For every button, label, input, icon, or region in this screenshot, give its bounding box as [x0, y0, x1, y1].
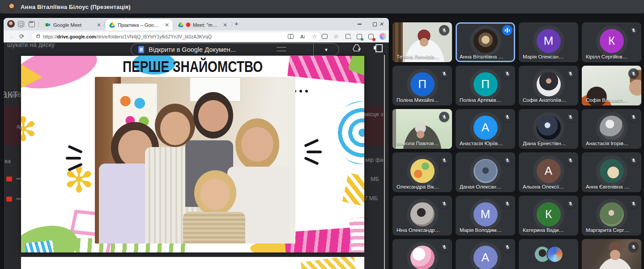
participant-avatar: П [410, 72, 435, 96]
copilot-icon[interactable] [380, 33, 386, 40]
drive-favicon [178, 22, 183, 27]
participant-tile[interactable]: Даная Олександрі... [456, 152, 515, 192]
browser-profile-avatar[interactable] [7, 20, 15, 28]
participant-tile[interactable]: Маргарита Сергіїв... [582, 196, 641, 235]
tab-actions-icon[interactable] [29, 21, 35, 27]
presenter-avatar [7, 2, 16, 11]
mic-off-icon [565, 198, 576, 209]
tab-meet-call[interactable]: Meet: "mhq-aktx-fku" ✕ [175, 19, 231, 30]
participant-tile[interactable]: Ще 5 осіб [519, 239, 578, 269]
participant-tile[interactable]: П Поліна Михайлівна... [392, 66, 452, 105]
participant-tile[interactable]: Софія Владиславів... [582, 66, 641, 105]
reload-icon[interactable]: ⟳ [19, 33, 24, 40]
avatar-initial: К [545, 207, 552, 221]
dimmed-file-icon [6, 177, 12, 181]
participant-name: Анастасія Ігорівна ... [586, 141, 630, 146]
participant-tile[interactable]: Анна Євгенівна Ан... [582, 152, 641, 192]
accent-mark [304, 156, 319, 165]
participant-tile[interactable] [392, 239, 452, 269]
back-icon[interactable]: ← [9, 33, 15, 40]
participants-grid: Тетяна Леонідівна ... Анна Віталіївна Бі… [392, 18, 641, 269]
participant-tile[interactable]: Тетяна Леонідівна ... [392, 22, 452, 62]
tab-close-icon[interactable]: ✕ [163, 22, 169, 28]
participant-tile[interactable]: А Анастасія Юріївна ... [456, 109, 515, 149]
participant-avatar [537, 72, 561, 96]
tab-label: Google Meet [53, 22, 92, 28]
participant-tile[interactable]: Діана Ернестівна Я... [519, 109, 578, 149]
add-favorite-icon[interactable]: ☆ [311, 34, 318, 40]
window-close-button[interactable]: ✕ [374, 18, 389, 30]
mic-off-icon [628, 68, 639, 79]
tab-label: Meet: "mhq-aktx-fku" [193, 22, 218, 28]
page-scrollbar[interactable] [384, 55, 385, 269]
browser-address-bar: ← ⟳ https://drive.google.com/drive/folde… [4, 30, 389, 42]
divider [38, 21, 39, 27]
participant-avatar [537, 115, 561, 139]
extensions-icon[interactable] [368, 34, 374, 40]
participant-tile[interactable]: Микола Павлович ... [392, 109, 452, 149]
participant-name: Катерина Вадимів... [523, 227, 567, 233]
dimmed-file-size: МБ [371, 176, 379, 182]
participant-tile[interactable]: Анастасія Ігорівна ... [582, 109, 641, 149]
doodle-yellow-asterisk: ✻ [64, 162, 94, 198]
participant-tile[interactable]: К Катерина Вадимів... [519, 196, 578, 235]
participant-tile[interactable]: П Поліна Артемівна ... [456, 66, 515, 105]
next-slide-preview [21, 257, 364, 269]
avatar-initial: П [481, 77, 490, 91]
participant-tile[interactable]: А [456, 239, 515, 269]
participant-avatar [410, 159, 435, 183]
mic-off-icon [502, 242, 512, 252]
favorites-icon[interactable]: ☆ [333, 34, 339, 40]
url-field[interactable]: https://drive.google.com/drive/folders/1… [31, 32, 321, 41]
print-icon[interactable] [374, 44, 383, 51]
participant-tile[interactable]: Анна Віталіївна Біл... [456, 22, 515, 62]
avatar-initial: М [481, 207, 490, 221]
participant-tile[interactable]: К Кірілл Сергійович ... [582, 22, 641, 62]
tune-icon[interactable] [277, 46, 286, 52]
dimmed-selection-text: виб [11, 92, 21, 98]
window-minimize-button[interactable] [352, 18, 367, 30]
participant-tile[interactable]: Ніна Олександрівн... [392, 196, 452, 235]
add-to-drive-icon[interactable] [352, 44, 361, 52]
dimmed-file-size: 7 МБ [364, 195, 378, 202]
participant-avatar: П [473, 72, 498, 96]
participant-tile[interactable]: М Марія Олександрі... [519, 22, 578, 62]
avatar-initial: А [482, 121, 489, 134]
participant-name: Олександра Вікто... [397, 184, 440, 189]
split-screen-icon[interactable] [287, 34, 294, 40]
doodle-yellow-star: ✻ [21, 113, 37, 146]
read-aloud-icon[interactable]: A) [299, 34, 306, 40]
browser-essentials-icon[interactable] [356, 34, 363, 40]
participant-tile[interactable]: Софія Анатоліївна ... [519, 66, 578, 105]
shared-screen-browser: Google Meet ✕ Практика – Google Диск ✕ M… [4, 18, 389, 269]
chevron-down-icon[interactable]: ▼ [314, 47, 339, 52]
tab-label: Практика – Google Диск [118, 22, 160, 28]
tab-close-icon[interactable]: ✕ [95, 22, 101, 28]
collections-icon[interactable] [345, 34, 351, 40]
dimmed-column-header: ва [4, 158, 11, 164]
participant-avatar: А [473, 115, 498, 139]
dimmed-column-header: мір фа [365, 156, 384, 163]
participant-tile[interactable]: А Альона Олексіївна... [519, 152, 578, 192]
tab-google-meet[interactable]: Google Meet ✕ [41, 19, 105, 30]
workspaces-icon[interactable] [18, 21, 24, 27]
mic-off-icon [565, 68, 576, 79]
participant-tile[interactable] [582, 239, 641, 269]
accent-mark [66, 157, 81, 160]
mic-off-icon [439, 198, 449, 209]
tab-drive-praktyka[interactable]: Практика – Google Диск ✕ [106, 19, 173, 30]
participant-avatar: М [473, 202, 498, 226]
avatar-initial: П [418, 77, 426, 91]
participant-avatar [473, 29, 498, 53]
split-window-icon[interactable] [321, 34, 328, 40]
meet-favicon [45, 22, 51, 27]
open-with-button[interactable]: Відкрити в Google Докумен... ▼ [131, 43, 339, 56]
mic-off-icon [502, 68, 512, 79]
participant-tile[interactable]: Олександра Вікто... [392, 152, 452, 192]
participant-name: Даная Олександрі... [460, 184, 503, 189]
mic-off-icon [628, 242, 639, 252]
participant-tile[interactable]: М Марія Володимирі... [456, 196, 515, 235]
presentation-slide: ✻ ✻ ПЕРШЕ ЗНАЙОМСТВО [21, 56, 364, 252]
tab-close-icon[interactable]: ✕ [221, 22, 227, 28]
new-tab-button[interactable]: + [235, 20, 239, 27]
